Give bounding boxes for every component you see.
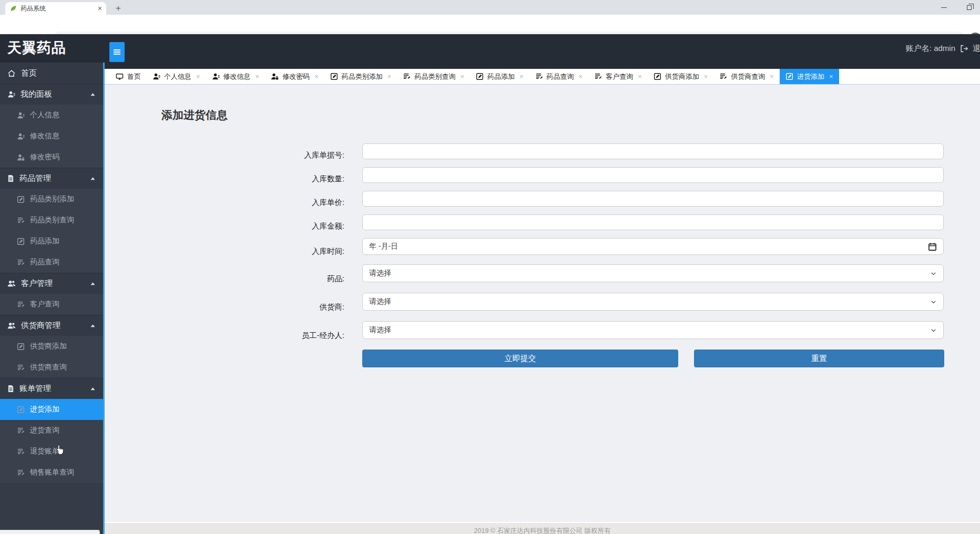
sidebar-item[interactable]: 药品查询 — [0, 252, 103, 273]
sidebar-item[interactable]: 药品类别查询 — [0, 210, 103, 231]
content-tab[interactable]: 药品类别查询× — [397, 69, 470, 84]
select-input[interactable]: 请选择 — [362, 293, 944, 311]
sidebar-section[interactable]: 供货商管理 — [0, 315, 103, 336]
tab-close-icon[interactable]: × — [829, 73, 833, 80]
tab-close-icon[interactable]: × — [704, 73, 708, 80]
date-input[interactable]: 年 -月-日 — [362, 238, 944, 255]
sidebar-item[interactable]: 退货账单 — [0, 441, 103, 462]
text-input[interactable] — [362, 167, 944, 183]
logout-label[interactable]: 退出 — [973, 44, 980, 54]
list-icon — [17, 217, 25, 224]
list-icon — [594, 73, 602, 80]
browser-tab[interactable]: 药品系统 × — [5, 2, 106, 15]
new-tab-button[interactable]: + — [111, 2, 125, 15]
sidebar-item[interactable]: 进货查询 — [0, 420, 103, 441]
content-tab[interactable]: 个人信息× — [147, 69, 206, 84]
sidebar-section[interactable]: 客户管理 — [0, 273, 103, 294]
list-icon — [535, 73, 543, 80]
content-tab[interactable]: 药品类别添加× — [324, 69, 397, 84]
tab-label: 修改信息 — [223, 72, 251, 81]
calendar-icon — [928, 242, 937, 251]
sidebar-section-label: 客户管理 — [21, 279, 85, 289]
content-tab[interactable]: 进货添加× — [780, 69, 839, 84]
submit-button[interactable]: 立即提交 — [362, 350, 678, 367]
sidebar-item[interactable]: 供货商查询 — [0, 357, 103, 378]
chevron-down-icon — [930, 270, 937, 277]
sidebar-item[interactable]: 药品类别添加 — [0, 189, 103, 210]
monitor-icon — [116, 73, 124, 80]
content-tab[interactable]: 客户查询× — [588, 69, 648, 84]
navbar-account-area: 账户名: admin 退出 — [906, 34, 980, 63]
tab-label: 供货商查询 — [731, 72, 765, 81]
tab-close-icon[interactable]: × — [579, 73, 583, 80]
content-tab[interactable]: 供货商添加× — [648, 69, 714, 84]
sidebar-section[interactable]: 首页 — [0, 63, 103, 84]
tab-label: 首页 — [127, 72, 141, 81]
text-input[interactable] — [362, 214, 944, 230]
tab-close-icon[interactable]: × — [638, 73, 642, 80]
content-tab[interactable]: 药品查询× — [529, 69, 589, 84]
reset-button[interactable]: 重置 — [694, 350, 944, 367]
browser-tabstrip: 药品系统 × + — [0, 0, 980, 15]
sidebar-item[interactable]: 销售账单查询 — [0, 462, 103, 483]
sidebar-section[interactable]: 账单管理 — [0, 378, 103, 399]
list-icon — [403, 73, 411, 80]
sidebar-section[interactable]: 药品管理 — [0, 168, 103, 189]
logout-icon[interactable] — [959, 44, 968, 53]
mouse-cursor-icon — [54, 444, 66, 456]
text-input[interactable] — [362, 191, 944, 207]
sidebar-item-label: 修改信息 — [30, 131, 96, 141]
content-tab[interactable]: 修改信息× — [206, 69, 266, 84]
sidebar-item[interactable]: 药品添加 — [0, 231, 103, 252]
field-label: 入库时间: — [105, 247, 362, 256]
tab-close-icon[interactable]: × — [314, 73, 319, 80]
file-icon — [7, 385, 14, 393]
file-icon — [7, 174, 14, 182]
tab-close-icon[interactable]: × — [519, 73, 524, 80]
sidebar-item-label: 进货添加 — [30, 405, 96, 414]
field-label: 药品: — [105, 274, 362, 284]
user-icon — [152, 73, 160, 80]
app-navbar: 天翼药品 账户名: admin 退出 — [0, 34, 980, 63]
select-value: 请选择 — [369, 325, 391, 335]
select-input[interactable]: 请选择 — [362, 321, 944, 339]
window-minimize-button[interactable] — [932, 0, 956, 15]
sidebar-item[interactable]: 客户查询 — [0, 294, 103, 315]
tab-label: 药品查询 — [547, 72, 574, 81]
select-input[interactable]: 请选择 — [362, 264, 944, 282]
select-value: 请选择 — [369, 269, 391, 278]
pencil-square-icon — [17, 406, 25, 414]
caret-up-icon — [90, 323, 96, 328]
field-label: 入库单价: — [105, 198, 362, 208]
users-icon — [7, 322, 16, 330]
select-value: 请选择 — [369, 297, 391, 306]
sidebar-section[interactable]: 我的面板 — [0, 84, 103, 105]
tab-close-icon[interactable]: × — [196, 73, 200, 80]
tab-close-icon[interactable]: × — [387, 73, 392, 80]
form-row: 药品:请选择 — [105, 264, 980, 293]
text-input[interactable] — [362, 143, 944, 159]
form-row: 员工-经办人:请选择 — [105, 321, 980, 350]
tab-close-icon[interactable]: × — [770, 73, 774, 80]
tab-close-icon[interactable]: × — [256, 73, 260, 80]
list-icon — [17, 259, 25, 266]
content-tab[interactable]: 药品添加× — [470, 69, 529, 84]
sidebar-item[interactable]: 供货商添加 — [0, 336, 103, 357]
field-label: 供货商: — [105, 302, 362, 312]
content-tab[interactable]: 修改密码× — [265, 69, 324, 84]
pencil-square-icon — [330, 73, 338, 80]
sidebar-item[interactable]: 个人信息 — [0, 105, 103, 126]
window-restore-button[interactable] — [957, 0, 980, 15]
sidebar-toggle-button[interactable] — [109, 42, 125, 62]
sidebar-item-label: 药品类别查询 — [30, 215, 96, 225]
content-tab[interactable]: 供货商查询× — [713, 69, 780, 84]
sidebar-item[interactable]: 修改信息 — [0, 126, 103, 147]
sidebar-item[interactable]: 修改密码 — [0, 147, 103, 168]
tab-close-icon[interactable]: × — [98, 5, 102, 12]
content-tabbar: 首页个人信息×修改信息×修改密码×药品类别添加×药品类别查询×药品添加×药品查询… — [105, 69, 980, 85]
tab-close-icon[interactable]: × — [460, 73, 464, 80]
sidebar-item[interactable]: 进货添加 — [0, 399, 103, 420]
sidebar-item-label: 药品查询 — [30, 258, 96, 267]
sidebar-item-label: 药品添加 — [30, 237, 96, 246]
content-tab[interactable]: 首页 — [110, 69, 147, 84]
